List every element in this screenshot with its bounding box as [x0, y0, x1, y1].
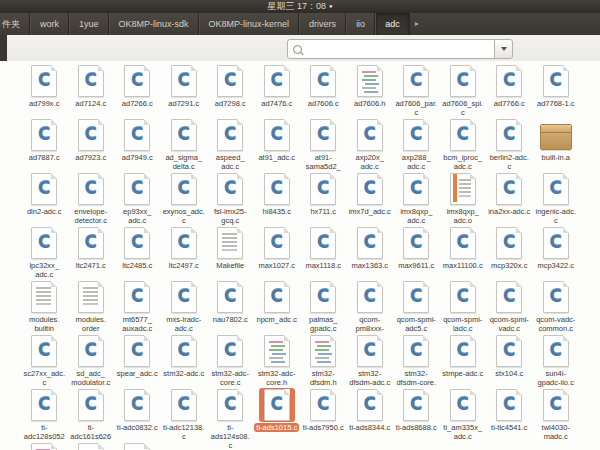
file-item[interactable]: Cltc2497.c	[161, 226, 208, 280]
file-item[interactable]: Cqcom-vadc-common.c	[533, 280, 580, 334]
file-item[interactable]: ad7606.h	[347, 64, 394, 118]
file-item[interactable]: built-in.a	[533, 118, 580, 172]
file-item[interactable]: Cspear_adc.c	[114, 334, 161, 388]
file-item[interactable]: Ctwl4030-madc.c	[533, 388, 580, 442]
search-dropdown-button[interactable]	[494, 39, 513, 59]
file-item[interactable]: Cmt6577_auxadc.c	[114, 280, 161, 334]
file-item[interactable]: Cti-ads7950.c	[300, 388, 347, 442]
file-item[interactable]: Cad7266.c	[114, 64, 161, 118]
file-item[interactable]: Cstm32-dfsdm-core.c	[393, 334, 440, 388]
file-item[interactable]: Cti-adc0832.c	[114, 388, 161, 442]
breadcrumb-adc[interactable]: adc	[375, 13, 410, 35]
file-item[interactable]: Cti-ads8344.c	[347, 388, 394, 442]
file-item[interactable]: Cmax1118.c	[300, 226, 347, 280]
file-item[interactable]: Makefile	[207, 226, 254, 280]
file-item[interactable]: Cina2xx-adc.c	[486, 172, 533, 226]
file-item[interactable]: Cti-ads1015.c	[254, 388, 301, 442]
breadcrumb-1yue[interactable]: 1yue	[69, 13, 109, 35]
path-overflow-arrow-icon[interactable]: ▸	[410, 13, 424, 35]
file-item[interactable]: Cti_am335x_adc.c	[440, 388, 487, 442]
file-item[interactable]: Cad7766.c	[486, 64, 533, 118]
file-item[interactable]	[21, 442, 68, 450]
breadcrumb-iio[interactable]: iio	[346, 13, 375, 35]
breadcrumb-OK8MP-linux-kernel[interactable]: OK8MP-linux-kernel	[199, 13, 300, 35]
file-item[interactable]: Cnpcm_adc.c	[254, 280, 301, 334]
file-item[interactable]: Caxp20x_adc.c	[347, 118, 394, 172]
file-item[interactable]: Cpalmas_gpadc.c	[300, 280, 347, 334]
file-item[interactable]: Cad7124.c	[68, 64, 115, 118]
file-item[interactable]: imx8qxp_adc.o	[440, 172, 487, 226]
file-item[interactable]: Cdln2-adc.c	[21, 172, 68, 226]
breadcrumb-drivers[interactable]: drivers	[299, 13, 346, 35]
file-item[interactable]: Cexynos_adc.c	[161, 172, 208, 226]
file-item[interactable]: Cep93xx_adc.c	[114, 172, 161, 226]
file-item[interactable]: Cad7298.c	[207, 64, 254, 118]
file-item[interactable]: Cmcp3422.c	[533, 226, 580, 280]
file-item[interactable]: Cad7291.c	[161, 64, 208, 118]
file-item[interactable]: Cmax1027.c	[254, 226, 301, 280]
file-item[interactable]: Csun4i-gpadc-iio.c	[533, 334, 580, 388]
file-item[interactable]: Cqcom-pm8xxx-xoadc.c	[347, 280, 394, 334]
file-item[interactable]: Cmax1363.c	[347, 226, 394, 280]
search-input[interactable]	[306, 42, 494, 56]
file-item[interactable]: Cstm32-adc.c	[161, 334, 208, 388]
file-item[interactable]: Cfsl-imx25-gcq.c	[207, 172, 254, 226]
file-item[interactable]: Cberlin2-adc.c	[486, 118, 533, 172]
file-item[interactable]: Cti-ads124s08.c	[207, 388, 254, 442]
file-item[interactable]: Cad7887.c	[21, 118, 68, 172]
file-item[interactable]: Cqcom-spmi-vadc.c	[486, 280, 533, 334]
file-item[interactable]: Cmxs-lradc-adc.c	[161, 280, 208, 334]
file-item[interactable]: Cat91_adc.c	[254, 118, 301, 172]
file-item[interactable]: Cad7606_par.c	[393, 64, 440, 118]
file-item[interactable]: Caspeed_adc.c	[207, 118, 254, 172]
file-item[interactable]: Chi8435.c	[254, 172, 301, 226]
file-item[interactable]: Cad7768-1.c	[533, 64, 580, 118]
file-item[interactable]: Cimx7d_adc.c	[347, 172, 394, 226]
file-item[interactable]: Cimx8qxp_adc.c	[393, 172, 440, 226]
clock-indicator[interactable]: 星期三 17：08●	[267, 1, 332, 11]
breadcrumb-件夹[interactable]: 件夹	[0, 13, 30, 35]
file-item[interactable]: Cstx104.c	[486, 334, 533, 388]
file-item[interactable]: Cti-adc128s052.c	[21, 388, 68, 442]
file-item[interactable]: Caxp288_adc.c	[393, 118, 440, 172]
breadcrumb-work[interactable]: work	[30, 13, 69, 35]
file-item[interactable]: C	[114, 442, 161, 450]
file-item[interactable]: Cingenic-adc.c	[533, 172, 580, 226]
file-item[interactable]: modules.order	[68, 280, 115, 334]
file-item[interactable]: Cmax9611.c	[393, 226, 440, 280]
file-item[interactable]: Cad7949.c	[114, 118, 161, 172]
file-item[interactable]: Cqcom-spmi-adc5.c	[393, 280, 440, 334]
file-item[interactable]: stm32-dfsdm.h	[300, 334, 347, 388]
file-item[interactable]: Cnau7802.c	[207, 280, 254, 334]
file-item[interactable]: stm32-adc-core.h	[254, 334, 301, 388]
file-item[interactable]: Cad7606.c	[300, 64, 347, 118]
file-item[interactable]: Cqcom-spmi-iadc.c	[440, 280, 487, 334]
file-item[interactable]: Cstm32-adc-core.c	[207, 334, 254, 388]
file-item[interactable]: Cat91-sama5d2_adc.c	[300, 118, 347, 172]
c-file-icon: C	[496, 335, 522, 367]
file-item[interactable]: Cenvelope-detector.c	[68, 172, 115, 226]
file-item[interactable]: modules.builtin	[21, 280, 68, 334]
file-item[interactable]: Cmax11100.c	[440, 226, 487, 280]
file-item[interactable]: C	[68, 442, 115, 450]
file-item[interactable]: Clpc32xx_adc.c	[21, 226, 68, 280]
file-item[interactable]: Cti-adc161s626.c	[68, 388, 115, 442]
file-item[interactable]: Csd_adc_modulator.c	[68, 334, 115, 388]
file-item[interactable]: Cstm32-dfsdm-adc.c	[347, 334, 394, 388]
file-item[interactable]: Cti-ads8688.c	[393, 388, 440, 442]
breadcrumb-OK8MP-linux-sdk[interactable]: OK8MP-linux-sdk	[109, 13, 199, 35]
file-item[interactable]: Cbcm_iproc_adc.c	[440, 118, 487, 172]
file-item[interactable]: Cltc2485.c	[114, 226, 161, 280]
file-item[interactable]: Cti-adc12138.c	[161, 388, 208, 442]
file-item[interactable]: Cstmpe-adc.c	[440, 334, 487, 388]
file-item[interactable]: Cmcp320x.c	[486, 226, 533, 280]
file-item[interactable]: Cad799x.c	[21, 64, 68, 118]
file-item[interactable]: Csc27xx_adc.c	[21, 334, 68, 388]
file-item[interactable]: Cad7606_spi.c	[440, 64, 487, 118]
file-item[interactable]: Chx711.c	[300, 172, 347, 226]
file-item[interactable]: Cti-tlc4541.c	[486, 388, 533, 442]
file-item[interactable]: Cltc2471.c	[68, 226, 115, 280]
file-item[interactable]: Cad7923.c	[68, 118, 115, 172]
file-item[interactable]: Cad_sigma_delta.c	[161, 118, 208, 172]
file-item[interactable]: Cad7476.c	[254, 64, 301, 118]
